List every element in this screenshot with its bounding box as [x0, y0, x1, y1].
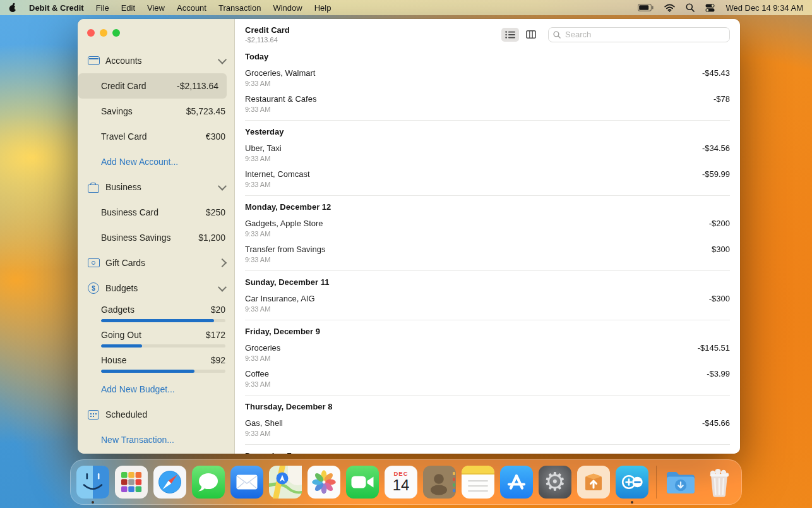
dock-finder-icon[interactable] [76, 466, 109, 499]
wifi-icon[interactable] [664, 4, 675, 12]
dock-package-icon[interactable] [577, 466, 610, 499]
transaction-amount: -$45.66 [702, 418, 730, 428]
dock-debit-and-credit-icon[interactable] [616, 466, 648, 499]
dock-contacts-icon[interactable] [423, 466, 456, 499]
transaction-row[interactable]: Uber, Taxi 9:33 AM -$34.56 [245, 143, 730, 162]
transaction-group: Sunday, December 11 Car Insurance, AIG 9… [245, 270, 730, 320]
dock-notes-icon[interactable] [462, 466, 494, 499]
sidebar-item-budget-gadgets[interactable]: Gadgets $20 [78, 301, 234, 326]
transaction-name: Restaurant & Cafes [245, 94, 316, 104]
transaction-name: Internet, Comcast [245, 169, 310, 179]
transaction-row[interactable]: Gadgets, Apple Store 9:33 AM -$200 [245, 219, 730, 238]
transaction-name: Uber, Taxi [245, 143, 282, 153]
menu-item-transaction[interactable]: Transaction [218, 3, 261, 13]
dock-safari-icon[interactable] [153, 466, 186, 499]
dock-calendar-icon[interactable]: DEC 14 [385, 466, 417, 499]
transaction-list[interactable]: Today Groceries, Walmart 9:33 AM -$45.43… [235, 47, 740, 454]
menu-item-account[interactable]: Account [177, 3, 206, 13]
transaction-row[interactable]: Transfer from Savings 9:33 AM $300 [245, 245, 730, 263]
transaction-info: Gadgets, Apple Store 9:33 AM [245, 219, 323, 238]
dock-app-store-icon[interactable] [500, 466, 533, 499]
date-header: Thursday, December 8 [245, 402, 730, 411]
new-transaction-link[interactable]: New Transaction... [78, 427, 234, 452]
transaction-name: Groceries [245, 343, 280, 353]
transaction-amount: $300 [712, 245, 730, 254]
chevron-right-icon[interactable] [218, 258, 227, 267]
sidebar-item-travel-card[interactable]: Travel Card €300 [78, 124, 234, 149]
dock-downloads-folder-icon[interactable] [664, 466, 697, 499]
transaction-amount: -$34.56 [702, 143, 730, 153]
window-controls [87, 29, 120, 37]
transaction-info: Transfer from Savings 9:33 AM [245, 245, 325, 263]
battery-icon[interactable] [638, 4, 654, 11]
dock-launchpad-icon[interactable] [115, 466, 148, 499]
date-header: Sunday, December 11 [245, 277, 730, 287]
menu-item-help[interactable]: Help [314, 3, 331, 13]
spotlight-search-icon[interactable] [686, 3, 695, 12]
transaction-amount: -$45.43 [702, 68, 730, 78]
budget-name: Going Out [101, 330, 141, 340]
transaction-info: Uber, Taxi 9:33 AM [245, 143, 282, 162]
add-new-account-link[interactable]: Add New Account... [78, 149, 234, 174]
menu-clock[interactable]: Wed Dec 14 9:34 AM [725, 3, 803, 13]
sidebar-section-budgets[interactable]: $ Budgets [78, 275, 234, 301]
columns-view-button[interactable] [522, 28, 540, 42]
menu-item-edit[interactable]: Edit [121, 3, 135, 13]
sidebar-section-business[interactable]: Business [78, 174, 234, 200]
account-name: Savings [101, 106, 133, 116]
zoom-button[interactable] [112, 29, 120, 37]
transaction-amount: -$300 [709, 294, 730, 303]
transaction-row[interactable]: Internet, Comcast 9:33 AM -$59.99 [245, 169, 730, 188]
desktop-wallpaper: Debit & Credit File Edit View Account Tr… [0, 0, 812, 508]
transaction-row[interactable]: Restaurant & Cafes 9:33 AM -$78 [245, 94, 730, 113]
menu-item-file[interactable]: File [96, 3, 109, 13]
list-view-icon [505, 31, 515, 39]
date-header: Yesterday [245, 127, 730, 136]
account-balance-subtitle: -$2,113.64 [245, 36, 290, 44]
budget-remaining: $20 [211, 305, 225, 315]
menu-item-view[interactable]: View [147, 3, 165, 13]
chevron-down-icon[interactable] [218, 56, 227, 64]
minimize-button[interactable] [100, 29, 107, 37]
columns-view-icon [526, 30, 536, 39]
sidebar-section-scheduled[interactable]: Scheduled [78, 402, 234, 427]
transaction-info: Coffee 9:33 AM [245, 369, 270, 388]
menu-app-name[interactable]: Debit & Credit [29, 3, 84, 13]
account-balance: $5,723.45 [186, 106, 225, 116]
dock-messages-icon[interactable] [192, 466, 225, 499]
transaction-group: Yesterday Uber, Taxi 9:33 AM -$34.56 Int… [245, 120, 730, 195]
transaction-row[interactable]: Coffee 9:33 AM -$3.99 [245, 369, 730, 388]
dock-photos-icon[interactable] [307, 466, 340, 499]
transaction-info: Restaurant & Cafes 9:33 AM [245, 94, 316, 113]
sidebar-item-credit-card[interactable]: Credit Card -$2,113.64 [78, 73, 227, 99]
apple-menu-icon[interactable] [9, 3, 17, 13]
sidebar-section-accounts[interactable]: Accounts [78, 48, 234, 73]
account-balance: -$2,113.64 [177, 81, 218, 91]
transaction-name: Gadgets, Apple Store [245, 219, 323, 228]
sidebar-item-budget-going-out[interactable]: Going Out $172 [78, 326, 234, 351]
transaction-row[interactable]: Groceries 9:33 AM -$145.51 [245, 343, 730, 362]
list-view-button[interactable] [501, 28, 519, 42]
sidebar-section-gift-cards[interactable]: Gift Cards [78, 250, 234, 275]
add-new-budget-link[interactable]: Add New Budget... [78, 377, 234, 402]
transaction-row[interactable]: Gas, Shell 9:33 AM -$45.66 [245, 418, 730, 437]
sidebar-item-business-card[interactable]: Business Card $250 [78, 200, 234, 225]
chevron-down-icon[interactable] [218, 182, 227, 191]
transaction-row[interactable]: Groceries, Walmart 9:33 AM -$45.43 [245, 68, 730, 87]
dock-mail-icon[interactable] [230, 466, 263, 499]
dock-system-settings-icon[interactable]: ⚙ [539, 466, 571, 499]
control-center-icon[interactable] [705, 4, 715, 12]
dock-trash-icon[interactable] [703, 466, 736, 499]
search-field[interactable] [548, 27, 730, 42]
search-input[interactable] [564, 29, 725, 40]
sidebar-item-business-savings[interactable]: Business Savings $1,200 [78, 225, 234, 250]
dock-facetime-icon[interactable] [346, 466, 379, 499]
chevron-down-icon[interactable] [218, 283, 227, 292]
sidebar-item-budget-house[interactable]: House $92 [78, 351, 234, 377]
dock-maps-icon[interactable] [269, 466, 302, 499]
transaction-row[interactable]: Car Insurance, AIG 9:33 AM -$300 [245, 294, 730, 313]
account-balance: $250 [206, 207, 225, 217]
menu-item-window[interactable]: Window [273, 3, 302, 13]
sidebar-item-savings[interactable]: Savings $5,723.45 [78, 99, 234, 124]
close-button[interactable] [87, 29, 95, 37]
